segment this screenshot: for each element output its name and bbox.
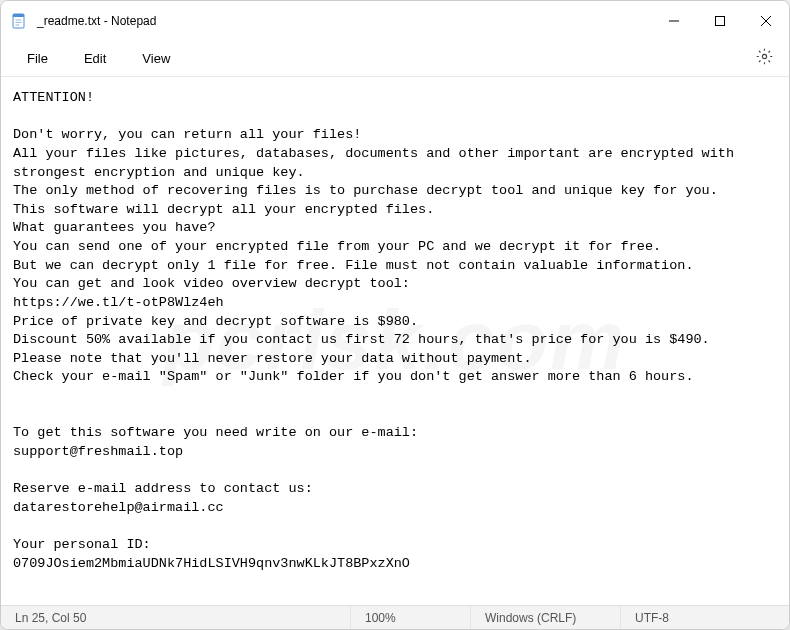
status-encoding: UTF-8 — [621, 606, 789, 629]
settings-button[interactable] — [747, 44, 781, 74]
statusbar: Ln 25, Col 50 100% Windows (CRLF) UTF-8 — [1, 605, 789, 629]
svg-point-9 — [762, 54, 766, 58]
notepad-icon — [11, 13, 27, 29]
menu-view[interactable]: View — [124, 45, 188, 72]
minimize-button[interactable] — [651, 1, 697, 41]
maximize-button[interactable] — [697, 1, 743, 41]
text-area[interactable]: pcrisk.comATTENTION! Don't worry, you ca… — [1, 77, 789, 605]
titlebar: _readme.txt - Notepad — [1, 1, 789, 41]
menubar: File Edit View — [1, 41, 789, 77]
status-eol: Windows (CRLF) — [471, 606, 621, 629]
svg-rect-1 — [13, 14, 24, 17]
status-zoom[interactable]: 100% — [351, 606, 471, 629]
svg-rect-6 — [716, 17, 725, 26]
window-controls — [651, 1, 789, 41]
document-text: ATTENTION! Don't worry, you can return a… — [13, 90, 742, 571]
menu-file[interactable]: File — [9, 45, 66, 72]
status-position: Ln 25, Col 50 — [1, 606, 351, 629]
close-button[interactable] — [743, 1, 789, 41]
gear-icon — [756, 48, 773, 69]
window-title: _readme.txt - Notepad — [37, 14, 156, 28]
notepad-window: _readme.txt - Notepad File Edit View — [0, 0, 790, 630]
menu-edit[interactable]: Edit — [66, 45, 124, 72]
